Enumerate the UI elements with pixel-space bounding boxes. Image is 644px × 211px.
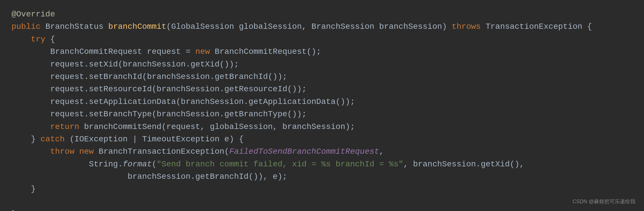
method-branchcommit: branchCommit <box>108 22 166 31</box>
code-line-13: String.format("Send branch commit failed… <box>12 158 632 170</box>
code-line-15: } <box>12 183 632 195</box>
constructor-branchcommitrequest: BranchCommitRequest <box>215 47 307 56</box>
code-line-2: public BranchStatus branchCommit(GlobalS… <box>12 20 632 33</box>
keyword-throws: throws <box>452 22 481 31</box>
method-format: format <box>123 160 152 169</box>
code-line-8: request.setApplicationData(branchSession… <box>12 96 632 108</box>
code-line-17: } <box>12 208 632 211</box>
keyword-new: new <box>195 47 210 56</box>
code-line-9: request.setBranchType(branchSession.getB… <box>12 108 632 120</box>
code-line-1: @Override <box>12 8 632 20</box>
type-branchstatus: BranchStatus <box>45 22 104 31</box>
type-branchcommitrequest: BranchCommitRequest <box>50 47 142 56</box>
keyword-throw: throw <box>50 147 74 156</box>
code-line-5: request.setXid(branchSession.getXid()); <box>12 58 632 71</box>
annotation-override: @Override <box>12 10 55 19</box>
code-line-4: BranchCommitRequest request = new Branch… <box>12 45 632 58</box>
keyword-try: try <box>31 35 45 44</box>
code-line-12: throw new BranchTransactionException(Fai… <box>12 145 632 158</box>
exception-transactionexception: TransactionException <box>486 22 582 31</box>
keyword-new2: new <box>79 147 94 156</box>
code-container: @Override public BranchStatus branchComm… <box>0 0 644 211</box>
code-line-10: return branchCommitSend(request, globalS… <box>12 121 632 133</box>
code-line-7: request.setResourceId(branchSession.getR… <box>12 83 632 95</box>
watermark: CSDN @麻烦把可乐递给我 <box>573 198 635 206</box>
code-line-3: try { <box>12 33 632 45</box>
code-line-16 <box>12 195 632 208</box>
string-format: "Send branch commit failed, xid = %s bra… <box>157 160 403 169</box>
keyword-public: public <box>12 22 41 31</box>
code-line-6: request.setBranchId(branchSession.getBra… <box>12 71 632 83</box>
keyword-catch: catch <box>41 135 65 144</box>
const-failedtosendbranchcommitrequest: FailedToSendBranchCommitRequest <box>229 147 379 156</box>
code-line-11: } catch (IOException | TimeoutException … <box>12 133 632 145</box>
keyword-return: return <box>50 122 79 131</box>
code-line-14: branchSession.getBranchId()), e); <box>12 170 632 183</box>
